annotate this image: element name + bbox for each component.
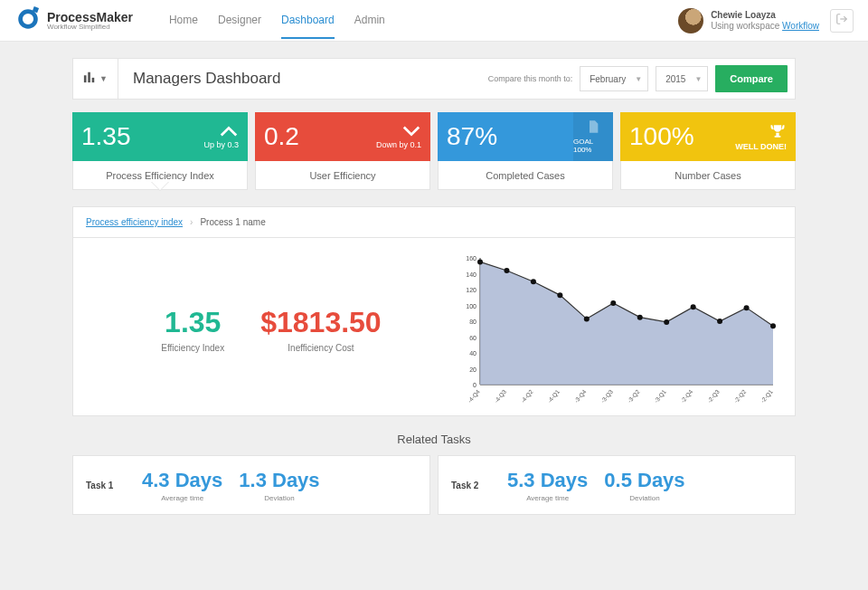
kpi-label: Process Efficiency Index xyxy=(72,161,248,190)
task-avg: 4.3 Days Average time xyxy=(142,469,222,502)
compare-label: Compare this month to: xyxy=(488,74,573,83)
metric-label: Inefficiency Cost xyxy=(260,343,381,353)
nav-admin[interactable]: Admin xyxy=(354,3,385,39)
logo-text: ProcessMaker Workflow Simplified xyxy=(47,11,133,31)
svg-text:-4-Q1: -4-Q1 xyxy=(546,388,561,404)
related-tasks-title: Related Tasks xyxy=(72,433,796,446)
crumb-root[interactable]: Process efficiency index xyxy=(86,217,183,227)
svg-point-28 xyxy=(744,305,750,310)
compare-button[interactable]: Compare xyxy=(715,65,788,92)
svg-rect-3 xyxy=(84,75,87,82)
user-block[interactable]: Chewie Loayza Using workspace Workflow xyxy=(678,8,819,33)
svg-text:60: 60 xyxy=(469,335,476,341)
logo[interactable]: ProcessMaker Workflow Simplified xyxy=(14,5,133,36)
arrow-up-icon xyxy=(203,124,239,138)
chevron-right-icon: › xyxy=(190,217,193,227)
kpi-process-efficiency[interactable]: 1.35 Up by 0.3 Process Efficiency Index xyxy=(72,112,248,190)
crumb-current: Process 1 name xyxy=(200,217,265,227)
svg-text:-2-Q3: -2-Q3 xyxy=(706,388,722,404)
nav-dashboard[interactable]: Dashboard xyxy=(281,3,335,39)
kpi-label: User Efficiency xyxy=(255,161,430,190)
workspace-link[interactable]: Workflow xyxy=(782,21,819,31)
top-bar: ProcessMaker Workflow Simplified Home De… xyxy=(0,0,868,42)
logout-icon xyxy=(835,13,848,29)
kpi-value: 1.35 xyxy=(81,122,131,151)
brand-tagline: Workflow Simplified xyxy=(47,24,133,31)
page-title: Managers Dashboard xyxy=(133,70,280,88)
month-select[interactable]: February ▼ xyxy=(580,66,648,91)
kpi-goal: GOAL 100% xyxy=(573,112,613,161)
kpi-value: 87% xyxy=(447,122,497,151)
svg-text:-3-Q2: -3-Q2 xyxy=(626,388,641,404)
kpi-completed-cases[interactable]: 87% GOAL 100% Completed Cases xyxy=(438,112,613,190)
user-workspace: Using workspace Workflow xyxy=(711,21,819,32)
svg-text:-4-Q2: -4-Q2 xyxy=(520,388,535,404)
logo-icon xyxy=(14,5,42,36)
svg-point-19 xyxy=(504,268,509,273)
trend-chart: 020406080100120140160-4-Q4-4-Q3-4-Q2-4-Q… xyxy=(453,252,778,406)
year-select[interactable]: 2015 ▼ xyxy=(656,66,708,91)
metric-inefficiency-cost: $1813.50 Inefficiency Cost xyxy=(260,306,381,353)
svg-text:-3-Q4: -3-Q4 xyxy=(573,388,589,404)
svg-text:140: 140 xyxy=(466,271,476,278)
metric-value: $1813.50 xyxy=(260,306,381,339)
svg-point-2 xyxy=(25,16,31,22)
svg-text:-4-Q3: -4-Q3 xyxy=(493,388,508,404)
svg-text:80: 80 xyxy=(469,319,476,325)
task-card[interactable]: Task 1 4.3 Days Average time 1.3 Days De… xyxy=(72,455,430,515)
svg-text:-2-Q1: -2-Q1 xyxy=(760,388,775,404)
svg-rect-5 xyxy=(92,78,95,82)
task-name: Task 1 xyxy=(86,481,126,490)
kpi-number-cases[interactable]: 100% WELL DONE! Number Cases xyxy=(620,112,796,190)
svg-point-22 xyxy=(584,316,590,321)
year-value: 2015 xyxy=(665,74,685,84)
svg-point-25 xyxy=(664,319,669,325)
avatar xyxy=(678,8,703,33)
svg-point-24 xyxy=(637,315,643,320)
task-dev: 1.3 Days Deviation xyxy=(239,469,319,502)
user-text: Chewie Loayza Using workspace Workflow xyxy=(711,10,819,32)
detail-metrics: 1.35 Efficiency Index $1813.50 Inefficie… xyxy=(90,252,453,406)
kpi-value: 100% xyxy=(629,122,694,151)
document-icon xyxy=(586,119,600,138)
logout-button[interactable] xyxy=(830,9,854,33)
arrow-down-icon xyxy=(376,124,421,138)
svg-text:160: 160 xyxy=(466,255,476,262)
svg-text:-2-Q4: -2-Q4 xyxy=(679,388,694,404)
svg-text:-3-Q1: -3-Q1 xyxy=(653,388,668,404)
svg-point-29 xyxy=(770,323,776,328)
task-card[interactable]: Task 2 5.3 Days Average time 0.5 Days De… xyxy=(438,455,796,515)
kpi-label: Completed Cases xyxy=(438,161,613,190)
svg-point-27 xyxy=(717,319,722,324)
month-value: February xyxy=(590,74,626,84)
kpi-badge: WELL DONE! xyxy=(735,142,787,151)
nav-designer[interactable]: Designer xyxy=(218,3,261,39)
kpi-label: Number Cases xyxy=(620,161,796,190)
dashboard-type-picker[interactable]: ▼ xyxy=(73,58,118,100)
detail-panel: Process efficiency index › Process 1 nam… xyxy=(72,206,796,416)
svg-text:0: 0 xyxy=(473,382,476,388)
related-tasks: Task 1 4.3 Days Average time 1.3 Days De… xyxy=(72,455,796,515)
bar-chart-icon xyxy=(83,71,96,87)
main-nav: Home Designer Dashboard Admin xyxy=(169,3,385,39)
chevron-down-icon: ▼ xyxy=(635,75,642,83)
svg-point-21 xyxy=(557,292,562,298)
svg-text:-4-Q4: -4-Q4 xyxy=(467,388,482,404)
svg-rect-4 xyxy=(88,72,90,82)
task-name: Task 2 xyxy=(451,481,491,490)
title-bar: ▼ Managers Dashboard Compare this month … xyxy=(72,58,796,100)
nav-home[interactable]: Home xyxy=(169,3,198,39)
svg-text:100: 100 xyxy=(466,303,476,309)
task-avg: 5.3 Days Average time xyxy=(507,469,588,502)
metric-value: 1.35 xyxy=(161,306,224,339)
brand-name: ProcessMaker xyxy=(47,11,133,24)
svg-point-18 xyxy=(477,259,483,264)
svg-text:20: 20 xyxy=(469,366,476,373)
svg-point-26 xyxy=(691,304,696,309)
svg-point-20 xyxy=(531,279,536,284)
svg-text:120: 120 xyxy=(466,287,476,293)
svg-point-23 xyxy=(610,300,616,306)
task-dev: 0.5 Days Deviation xyxy=(604,469,684,502)
kpi-value: 0.2 xyxy=(264,122,299,151)
kpi-user-efficiency[interactable]: 0.2 Down by 0.1 User Efficiency xyxy=(255,112,430,190)
